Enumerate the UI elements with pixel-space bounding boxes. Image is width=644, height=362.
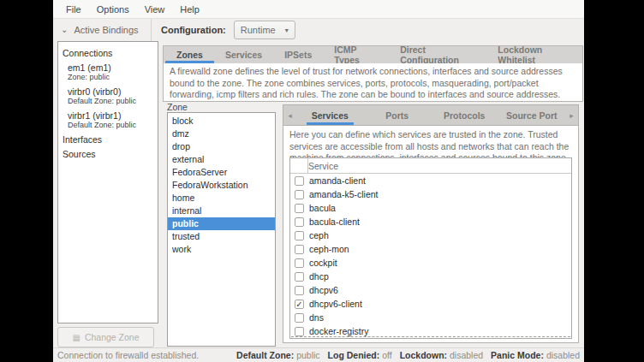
zone-row-block[interactable]: block (168, 115, 275, 128)
detail-tab-protocols[interactable]: Protocols (431, 105, 498, 125)
detail-tab-services[interactable]: Services (296, 105, 364, 125)
active-bindings-toggle[interactable]: ⌄ Active Bindings (53, 25, 151, 35)
service-name: dns (309, 312, 324, 323)
service-name: ceph (309, 230, 329, 240)
service-row-dhcpv6-client[interactable]: ✓dhcpv6-client (290, 297, 571, 311)
binding-title: em1 (em1) (68, 62, 158, 73)
main-tab-bar: ZonesServicesIPSetsICMP TypesDirect Conf… (163, 45, 583, 64)
toolbar: ⌄ Active Bindings Configuration: Runtime… (53, 19, 584, 41)
checkbox-dhcp[interactable] (295, 272, 304, 282)
checkbox-bacula[interactable] (295, 204, 304, 213)
menu-file[interactable]: File (58, 1, 89, 18)
sidebar-section-sources[interactable]: Sources (58, 147, 158, 162)
service-row-ceph[interactable]: ceph (290, 228, 571, 242)
zone-row-work[interactable]: work (168, 243, 275, 256)
service-row-cockpit[interactable]: cockpit (290, 256, 571, 270)
menu-view[interactable]: View (137, 1, 173, 18)
zone-row-fedoraserver[interactable]: FedoraServer (168, 166, 275, 179)
dropdown-arrow-icon: ▾ (285, 27, 289, 34)
checkbox-bacula-client[interactable] (295, 217, 304, 227)
service-row-ceph-mon[interactable]: ceph-mon (290, 242, 571, 256)
service-row-dns[interactable]: dns (290, 311, 571, 324)
tab-scroll-right-icon[interactable]: ▸ (565, 105, 578, 125)
checkbox-ceph-mon[interactable] (295, 245, 304, 254)
configuration-select[interactable]: Runtime ▾ (234, 21, 295, 39)
binding-subtitle: Default Zone: public (68, 121, 158, 129)
binding-item-virbr0-virbr0-[interactable]: virbr0 (virbr0)Default Zone: public (58, 85, 158, 106)
service-name: dhcp (309, 271, 329, 282)
configuration-value: Runtime (241, 25, 276, 35)
service-row-bacula[interactable]: bacula (290, 201, 571, 215)
service-row-dhcp[interactable]: dhcp (290, 270, 571, 283)
checkbox-column-header (290, 158, 308, 173)
menu-options[interactable]: Options (89, 1, 137, 18)
sidebar-section-connections[interactable]: Connections (58, 46, 158, 61)
service-name: bacula-client (309, 217, 360, 227)
service-row-docker-registry[interactable]: docker-registry (290, 324, 571, 338)
zone-row-dmz[interactable]: dmz (168, 128, 275, 140)
status-label: Panic Mode: (491, 350, 544, 360)
checkbox-amanda-k5-client[interactable] (295, 190, 304, 199)
change-zone-label: Change Zone (85, 332, 140, 342)
sidebar-section-interfaces[interactable]: Interfaces (58, 133, 158, 147)
active-bindings-panel: Connectionsem1 (em1)Zone: publicvirbr0 (… (57, 41, 158, 323)
menu-help[interactable]: Help (172, 1, 207, 18)
service-rows: amanda-clientamanda-k5-clientbaculabacul… (290, 174, 571, 339)
checkbox-dhcpv6[interactable] (295, 286, 304, 295)
service-table-header: Service (290, 158, 571, 174)
tab-ipsets[interactable]: IPSets (273, 46, 323, 63)
tab-scroll-left-icon[interactable]: ◂ (283, 105, 296, 125)
zone-row-drop[interactable]: drop (168, 140, 275, 153)
zone-row-fedoraworkstation[interactable]: FedoraWorkstation (168, 179, 275, 192)
service-row-dhcpv6[interactable]: dhcpv6 (290, 283, 571, 297)
menu-bar: FileOptionsViewHelp (53, 0, 584, 19)
detail-tab-label: Protocols (438, 106, 490, 125)
status-message: Connection to firewalld established. (57, 350, 236, 360)
tab-direct-configuration[interactable]: Direct Configuration (389, 46, 486, 63)
zone-row-external[interactable]: external (168, 153, 275, 166)
zone-row-trusted[interactable]: trusted (168, 230, 275, 243)
zone-row-home[interactable]: home (168, 192, 275, 205)
checkbox-docker-registry[interactable] (295, 327, 304, 336)
tab-zones[interactable]: Zones (165, 46, 214, 63)
zone-detail-tabs: ServicesPortsProtocolsSource Port (296, 105, 565, 125)
active-bindings-label: Active Bindings (74, 25, 138, 35)
binding-subtitle: Zone: public (68, 73, 158, 81)
service-row-amanda-k5-client[interactable]: amanda-k5-client (290, 187, 571, 201)
binding-item-em1-em1-[interactable]: em1 (em1)Zone: public (58, 61, 158, 82)
status-lockdown-: Lockdown: disabled (400, 350, 483, 360)
service-name: dhcpv6 (309, 285, 338, 295)
checkbox-ceph[interactable] (295, 231, 304, 240)
change-zone-button[interactable]: ▦ Change Zone (57, 327, 154, 347)
screen: FileOptionsViewHelp ⌄ Active Bindings Co… (0, 0, 644, 362)
checkbox-cockpit[interactable] (295, 258, 304, 268)
tab-lockdown-whitelist[interactable]: Lockdown Whitelist (486, 46, 582, 63)
status-default-zone-: Default Zone: public (236, 350, 319, 360)
checkbox-dhcpv6-client[interactable]: ✓ (295, 300, 304, 309)
service-name: ceph-mon (309, 244, 349, 254)
tab-services[interactable]: Services (214, 46, 273, 63)
configuration-label: Configuration: (161, 25, 226, 35)
zone-list: blockdmzdropexternalFedoraServerFedoraWo… (167, 112, 276, 347)
detail-tab-ports[interactable]: Ports (364, 105, 432, 125)
service-row-amanda-client[interactable]: amanda-client (290, 174, 571, 187)
detail-tab-source-port[interactable]: Source Port (498, 105, 566, 125)
status-panic-mode-: Panic Mode: disabled (491, 350, 580, 360)
service-name: amanda-k5-client (309, 189, 379, 199)
firewall-config-window: FileOptionsViewHelp ⌄ Active Bindings Co… (53, 0, 584, 362)
checkbox-dns[interactable] (295, 313, 304, 323)
service-name: dhcpv6-client (309, 299, 362, 309)
status-value: off (382, 350, 391, 360)
zone-row-public[interactable]: public (168, 217, 275, 230)
zone-tab-description: A firewalld zone defines the level of tr… (163, 63, 583, 102)
zone-row-internal[interactable]: internal (168, 205, 275, 217)
checkbox-amanda-client[interactable] (295, 176, 304, 186)
status-summary: Default Zone: publicLog Denied: offLockd… (236, 350, 580, 360)
service-name: cockpit (309, 258, 337, 268)
tab-icmp-types[interactable]: ICMP Types (323, 46, 389, 63)
service-row-bacula-client[interactable]: bacula-client (290, 215, 571, 228)
binding-item-virbr1-virbr1-[interactable]: virbr1 (virbr1)Default Zone: public (58, 109, 158, 130)
toolbar-separator (151, 19, 152, 41)
status-log-denied-: Log Denied: off (328, 350, 392, 360)
zone-detail-panel: ◂ ServicesPortsProtocolsSource Port ▸ He… (283, 104, 579, 343)
